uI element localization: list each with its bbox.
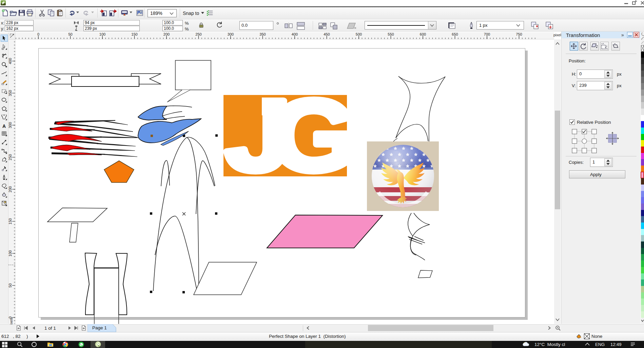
svg-text:150: 150 [131,32,137,36]
svg-text:550: 550 [388,32,394,36]
svg-text:50: 50 [68,32,72,36]
svg-text:350: 350 [259,32,266,36]
svg-text:600: 600 [420,32,426,36]
svg-text:650: 650 [452,32,458,36]
svg-text:350: 350 [8,90,12,96]
svg-text:G: G [270,79,357,192]
svg-text:50: 50 [8,283,12,287]
svg-text:400: 400 [8,58,12,64]
svg-text:250: 250 [8,154,12,160]
svg-text:450: 450 [324,32,330,36]
svg-text:150: 150 [8,218,12,224]
svg-text:A: A [2,123,6,129]
svg-text:100: 100 [8,250,12,256]
svg-text:200: 200 [8,186,12,192]
svg-text:0: 0 [37,32,39,36]
svg-text:100: 100 [99,32,105,36]
svg-text:500: 500 [356,32,362,36]
svg-text:750: 750 [516,32,522,36]
svg-text:300: 300 [228,32,234,36]
svg-text:300: 300 [8,122,12,128]
svg-text:200: 200 [163,32,170,36]
svg-text:250: 250 [195,32,201,36]
svg-text:400: 400 [292,32,298,36]
svg-text:700: 700 [484,32,490,36]
